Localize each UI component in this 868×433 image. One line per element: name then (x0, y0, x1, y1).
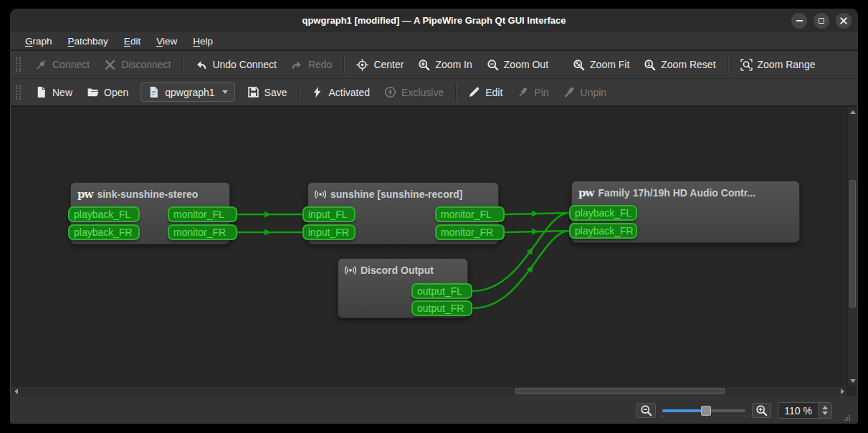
open-button[interactable]: Open (80, 82, 135, 103)
slider-tick (745, 415, 745, 418)
toolbar-separator (182, 56, 183, 73)
scroll-down-arrow[interactable] (848, 376, 858, 386)
zoom-out-button[interactable]: Zoom Out (480, 54, 555, 75)
zoom-fit-button[interactable]: Zoom Fit (566, 54, 636, 75)
connect-button: Connect (28, 54, 97, 75)
zoom-reset-button[interactable]: 1 Zoom Reset (636, 54, 722, 75)
port-sink-playback-fr[interactable]: playback_FR (68, 224, 140, 240)
center-icon (356, 59, 368, 71)
zoom-range-button[interactable]: Zoom Range (733, 54, 823, 75)
undo-connect-label: Undo Connect (212, 59, 277, 70)
save-button[interactable]: Save (240, 82, 295, 103)
window-title: qpwgraph1 [modified] — A PipeWire Graph … (302, 15, 566, 26)
graph-viewport[interactable]: pw sink-sunshine-stereo sunshine [sunshi… (11, 107, 847, 386)
port-sink-playback-fl[interactable]: playback_FL (68, 206, 140, 222)
graph-canvas[interactable]: pw sink-sunshine-stereo sunshine [sunshi… (10, 105, 858, 396)
redo-label: Redo (308, 59, 332, 70)
port-sunshine-input-fr[interactable]: input_FR (302, 224, 356, 240)
connect-label: Connect (52, 59, 90, 70)
close-icon (840, 17, 847, 24)
zoom-slider-handle[interactable] (701, 406, 711, 416)
zoom-fit-label: Zoom Fit (590, 59, 629, 70)
close-button[interactable] (836, 13, 852, 29)
edit-button[interactable]: Edit (461, 82, 510, 103)
toolbar-separator (343, 56, 345, 73)
zoom-slider[interactable] (662, 404, 745, 418)
vertical-scrollbar-thumb[interactable] (849, 180, 856, 308)
save-label: Save (264, 87, 287, 98)
vertical-scrollbar[interactable] (847, 107, 857, 386)
toolbar-drag-handle[interactable] (16, 85, 21, 100)
port-sunshine-monitor-fl[interactable]: monitor_FL (435, 206, 505, 222)
zoom-in-button[interactable]: Zoom In (411, 54, 479, 75)
scroll-left-arrow[interactable] (11, 386, 21, 396)
slider-tick (662, 415, 663, 418)
edit-label: Edit (485, 87, 502, 98)
maximize-button[interactable] (814, 13, 829, 29)
unpin-label: Unpin (581, 87, 607, 98)
zoom-fit-icon (573, 59, 585, 71)
new-file-icon (35, 86, 47, 98)
minimize-icon (796, 20, 803, 22)
toolbar-drag-handle[interactable] (16, 57, 21, 72)
menu-help[interactable]: Help (186, 34, 219, 48)
port-sunshine-input-fl[interactable]: input_FL (302, 206, 356, 222)
menu-view[interactable]: View (150, 34, 183, 48)
menu-edit[interactable]: Edit (118, 34, 147, 48)
undo-connect-button[interactable]: Undo Connect (188, 54, 284, 75)
exclusive-icon (384, 86, 396, 98)
port-label: playback_FL (575, 207, 631, 219)
window-resize-grip[interactable] (841, 414, 851, 424)
scroll-right-arrow[interactable] (837, 386, 847, 396)
node-header: pw sink-sunshine-stereo (71, 183, 229, 203)
spin-down-icon (822, 411, 828, 415)
scroll-up-arrow[interactable] (848, 107, 858, 117)
port-label: monitor_FL (441, 209, 492, 220)
minimize-button[interactable] (791, 13, 807, 29)
toolbar-separator (728, 56, 729, 73)
node-header: sunshine [sunshine-record] (308, 183, 498, 203)
triangle-up-icon (850, 110, 856, 114)
port-family-playback-fl[interactable]: playback_FL (569, 205, 637, 221)
zoom-spinbox[interactable]: 110 % (778, 402, 832, 419)
pin-label: Pin (534, 87, 548, 98)
unpin-icon (563, 86, 576, 98)
disconnect-button: Disconnect (97, 54, 178, 75)
maximize-icon (819, 18, 824, 24)
menu-patchbay[interactable]: Patchbay (62, 34, 115, 48)
patchbay-file-combo[interactable]: qpwgraph1 (140, 82, 234, 102)
statusbar-zoom-in-button[interactable] (752, 403, 771, 418)
zoom-spinbox-value: 110 % (778, 405, 818, 417)
activated-button[interactable]: Activated (304, 82, 377, 103)
zoom-spinbox-steppers[interactable] (818, 403, 831, 418)
zoom-in-label: Zoom In (435, 59, 472, 70)
port-discord-output-fr[interactable]: output_FR (411, 300, 472, 316)
zoom-range-icon (740, 59, 753, 71)
port-sink-monitor-fl[interactable]: monitor_FL (168, 206, 237, 222)
statusbar-zoom-out-button[interactable] (636, 403, 656, 418)
svg-text:1: 1 (647, 61, 651, 67)
exclusive-label: Exclusive (401, 87, 444, 98)
zoom-in-icon (418, 59, 430, 71)
audio-node-icon (345, 265, 356, 276)
new-button[interactable]: New (28, 82, 80, 103)
port-sunshine-monitor-fr[interactable]: monitor_FR (435, 224, 505, 240)
titlebar[interactable]: qpwgraph1 [modified] — A PipeWire Graph … (10, 9, 858, 32)
graph-toolbar: Connect Disconnect Undo Connect Redo Cen… (10, 51, 858, 78)
port-family-playback-fr[interactable]: playback_FR (569, 223, 637, 239)
horizontal-scrollbar[interactable] (11, 386, 847, 396)
port-discord-output-fl[interactable]: output_FL (411, 283, 472, 299)
zoom-out-label: Zoom Out (504, 59, 548, 70)
horizontal-scrollbar-thumb[interactable] (515, 388, 725, 394)
menu-graph[interactable]: Graph (19, 34, 59, 48)
connection-wires (11, 107, 847, 386)
patchbay-file-combo-value: qpwgraph1 (165, 87, 214, 98)
save-icon (247, 86, 259, 98)
redo-icon (291, 59, 303, 71)
port-label: playback_FR (74, 227, 133, 238)
port-label: input_FR (308, 227, 349, 238)
new-label: New (52, 87, 72, 98)
undo-icon (195, 59, 207, 71)
center-button[interactable]: Center (349, 54, 411, 75)
port-sink-monitor-fr[interactable]: monitor_FR (168, 224, 237, 240)
